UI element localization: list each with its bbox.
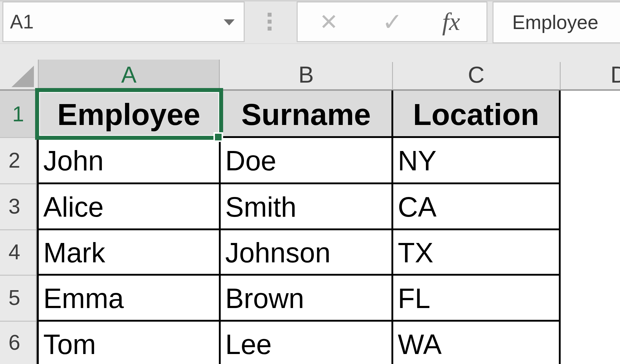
table-border — [37, 228, 561, 230]
cell-A6[interactable]: Tom — [38, 321, 220, 364]
column-header-A[interactable]: A — [38, 60, 220, 89]
row-header-1[interactable]: 1 — [0, 91, 36, 137]
cell-B4[interactable]: Johnson — [220, 229, 392, 275]
cell-A2[interactable]: John — [38, 137, 220, 183]
formula-buttons-group: ✕ ✓ fx — [297, 2, 487, 42]
cell-C2[interactable]: NY — [392, 137, 560, 183]
cell-A5[interactable]: Emma — [38, 275, 220, 321]
column-header-D[interactable]: D — [560, 60, 620, 89]
row-header-4[interactable]: 4 — [0, 229, 29, 275]
name-box-dropdown-icon[interactable] — [224, 19, 235, 25]
cell-A3[interactable]: Alice — [38, 183, 220, 229]
select-all-button[interactable] — [12, 66, 34, 87]
table-border — [37, 274, 561, 276]
cell-B1[interactable]: Surname — [220, 91, 392, 137]
column-header-B[interactable]: B — [220, 60, 392, 89]
cell-B2[interactable]: Doe — [220, 137, 392, 183]
cell-C5[interactable]: FL — [392, 275, 560, 321]
header-separator — [560, 62, 561, 89]
cell-B5[interactable]: Brown — [220, 275, 392, 321]
spreadsheet-app: A1 ✕ ✓ fx Employee A B C D 1 — [0, 0, 620, 364]
row-header-5[interactable]: 5 — [0, 275, 29, 321]
enter-icon[interactable]: ✓ — [379, 2, 406, 41]
column-header-C[interactable]: C — [392, 60, 560, 89]
row-header-2[interactable]: 2 — [0, 137, 29, 183]
table-border — [559, 90, 561, 364]
cell-C6[interactable]: WA — [392, 321, 560, 364]
name-box[interactable]: A1 — [2, 2, 245, 42]
table-border — [37, 320, 561, 322]
header-separator — [392, 62, 393, 89]
row-header-3[interactable]: 3 — [0, 183, 29, 229]
table-border — [37, 182, 561, 184]
formula-bar[interactable]: Employee — [493, 2, 620, 43]
cell-C3[interactable]: CA — [392, 183, 560, 229]
name-box-value[interactable]: A1 — [3, 11, 34, 33]
cell-B3[interactable]: Smith — [220, 183, 392, 229]
cell-C4[interactable]: TX — [392, 229, 560, 275]
vertical-dots-icon — [268, 13, 272, 31]
row-header-6[interactable]: 6 — [0, 321, 29, 364]
active-cell-selection — [35, 88, 223, 140]
cell-C1[interactable]: Location — [392, 91, 560, 137]
formula-bar-value[interactable]: Employee — [493, 11, 599, 34]
formula-toolbar: A1 ✕ ✓ fx Employee — [0, 0, 620, 43]
cell-B6[interactable]: Lee — [220, 321, 392, 364]
table-border — [391, 90, 393, 364]
cancel-icon[interactable]: ✕ — [315, 2, 342, 41]
insert-function-icon[interactable]: fx — [437, 2, 465, 41]
fill-handle[interactable] — [213, 132, 223, 142]
cell-A4[interactable]: Mark — [38, 229, 220, 275]
